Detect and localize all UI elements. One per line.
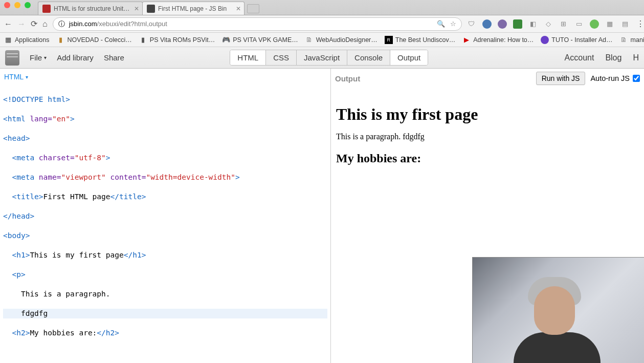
site-info-icon[interactable]: ⓘ <box>58 19 65 29</box>
bookmark-icon: ▮ <box>139 36 147 44</box>
window-close[interactable] <box>4 2 10 8</box>
file-menu[interactable]: File ▾ <box>30 53 47 62</box>
browser-tab[interactable]: HTML is for structure Unit | Ja ✕ <box>38 2 143 15</box>
browser-toolbar: ← → ⟳ ⌂ ⓘ jsbin.com/xebuxi/edit?html,out… <box>0 15 644 33</box>
tab-css[interactable]: CSS <box>266 50 297 65</box>
menu-icon[interactable]: ⋮ <box>636 19 644 29</box>
bookmark-label: NOVEDAD - Colecci… <box>67 36 131 44</box>
bookmarks-bar: ▦ Applications ▮NOVEDAD - Colecci… ▮PS V… <box>0 33 644 47</box>
help-link[interactable]: H <box>633 53 639 62</box>
bookmark-icon: R <box>385 36 393 44</box>
zoom-icon[interactable]: 🔍 <box>437 20 445 28</box>
auto-run-checkbox[interactable] <box>633 75 640 82</box>
chevron-down-icon: ▾ <box>26 74 28 80</box>
menu-label: File <box>30 53 42 62</box>
favicon-icon <box>147 5 155 13</box>
presenter-silhouette <box>503 271 606 363</box>
address-bar[interactable]: ⓘ jsbin.com/xebuxi/edit?html,output 🔍 ☆ <box>53 17 462 31</box>
bookmark-item[interactable]: ▮NOVEDAD - Colecci… <box>56 36 131 44</box>
tab-title: HTML is for structure Unit | Ja <box>54 5 131 12</box>
extension-icon[interactable] <box>498 19 507 29</box>
bookmark-label: PS Vita ROMs PSVit… <box>150 36 215 44</box>
bookmark-label: PS VITA VPK GAME… <box>233 36 298 44</box>
extension-icon[interactable]: ⊞ <box>559 19 568 29</box>
rendered-h2: My hobbies are: <box>336 152 639 165</box>
editor-mode-dropdown[interactable]: HTML ▾ <box>0 69 330 85</box>
html-editor-pane: HTML ▾ <!DOCTYPE html> <html lang="en"> … <box>0 69 331 363</box>
bookmark-icon: 🗎 <box>305 36 314 44</box>
output-header: Output <box>335 74 360 83</box>
apps-icon: ▦ <box>4 36 12 44</box>
bookmark-icon <box>541 36 549 44</box>
extension-icon[interactable] <box>513 19 522 29</box>
extension-icon[interactable]: ◧ <box>528 19 538 29</box>
reload-button[interactable]: ⟳ <box>31 19 37 29</box>
blog-link[interactable]: Blog <box>605 53 621 62</box>
bookmark-item[interactable]: ▮PS Vita ROMs PSVit… <box>139 36 215 44</box>
window-controls <box>4 2 31 8</box>
jsbin-toolbar: File ▾ Add library Share HTML CSS JavaSc… <box>0 47 644 69</box>
webcam-overlay <box>472 257 644 363</box>
browser-tab-strip: HTML is for structure Unit | Ja ✕ First … <box>0 0 644 15</box>
new-tab-button[interactable] <box>247 4 259 13</box>
tab-html[interactable]: HTML <box>230 50 266 65</box>
bookmark-label: Adrenaline: How to… <box>473 36 534 44</box>
tab-title: First HTML page - JS Bin <box>158 5 233 12</box>
bookmark-item[interactable]: 🗎WebAudioDesigner… <box>305 36 377 44</box>
bookmark-icon: ▮ <box>56 36 64 44</box>
output-frame: This is my first page This is a paragrap… <box>331 88 644 182</box>
share-button[interactable]: Share <box>104 53 124 62</box>
apps-shortcut[interactable]: ▦ Applications <box>4 36 49 44</box>
bookmark-item[interactable]: RThe Best Undiscov… <box>385 36 455 44</box>
home-button[interactable]: ⌂ <box>42 19 48 29</box>
account-link[interactable]: Account <box>565 53 594 62</box>
extension-icon[interactable]: ◇ <box>544 19 553 29</box>
bookmark-label: WebAudioDesigner… <box>316 36 377 44</box>
favicon-icon <box>42 5 51 13</box>
tab-javascript[interactable]: JavaScript <box>297 50 347 65</box>
code-editor[interactable]: <!DOCTYPE html> <html lang="en"> <head> … <box>0 85 330 363</box>
chevron-down-icon: ▾ <box>44 55 47 60</box>
extension-icon[interactable]: ▦ <box>605 19 614 29</box>
bookmark-icon: 🗎 <box>620 36 628 44</box>
bookmark-label: The Best Undiscov… <box>395 36 455 44</box>
extension-icon[interactable]: ▭ <box>574 19 584 29</box>
bookmark-icon: ▶ <box>462 36 471 44</box>
jsbin-logo-icon[interactable] <box>5 50 19 66</box>
extension-icon[interactable] <box>590 19 599 29</box>
extension-icon[interactable] <box>482 19 492 29</box>
rendered-paragraph: This is a paragraph. fdgdfg <box>336 132 639 141</box>
browser-tab[interactable]: First HTML page - JS Bin ✕ <box>142 2 245 15</box>
bookmark-item[interactable]: ▶Adrenaline: How to… <box>462 36 534 44</box>
close-icon[interactable]: ✕ <box>134 7 138 11</box>
forward-button[interactable]: → <box>17 19 26 29</box>
bookmark-item[interactable]: 🗎manifestR <box>620 36 644 44</box>
run-with-js-button[interactable]: Run with JS <box>536 72 586 85</box>
window-minimize[interactable] <box>14 2 20 8</box>
add-library-button[interactable]: Add library <box>57 53 94 62</box>
tab-console[interactable]: Console <box>347 50 390 65</box>
bookmark-label: TUTO - Installer Ad… <box>551 36 612 44</box>
auto-run-label: Auto-run JS <box>590 74 630 82</box>
close-icon[interactable]: ✕ <box>236 7 240 11</box>
tab-output[interactable]: Output <box>390 50 428 65</box>
bookmark-item[interactable]: TUTO - Installer Ad… <box>541 36 612 44</box>
rendered-h1: This is my first page <box>336 105 639 124</box>
bookmark-label: Applications <box>15 36 49 44</box>
bookmark-item[interactable]: 🎮PS VITA VPK GAME… <box>222 36 298 44</box>
back-button[interactable]: ← <box>4 19 12 29</box>
editor-mode-label: HTML <box>4 73 24 81</box>
panel-tabs: HTML CSS JavaScript Console Output <box>230 50 428 66</box>
address-text: jsbin.com/xebuxi/edit?html,output <box>69 20 433 28</box>
bookmark-label: manifestR <box>631 36 644 44</box>
star-icon[interactable]: ☆ <box>450 20 456 28</box>
auto-run-toggle[interactable]: Auto-run JS <box>590 74 640 82</box>
extension-icon[interactable]: ▤ <box>620 19 630 29</box>
extension-icon[interactable]: 🛡 <box>467 19 476 29</box>
window-zoom[interactable] <box>25 2 31 8</box>
bookmark-icon: 🎮 <box>222 36 230 44</box>
